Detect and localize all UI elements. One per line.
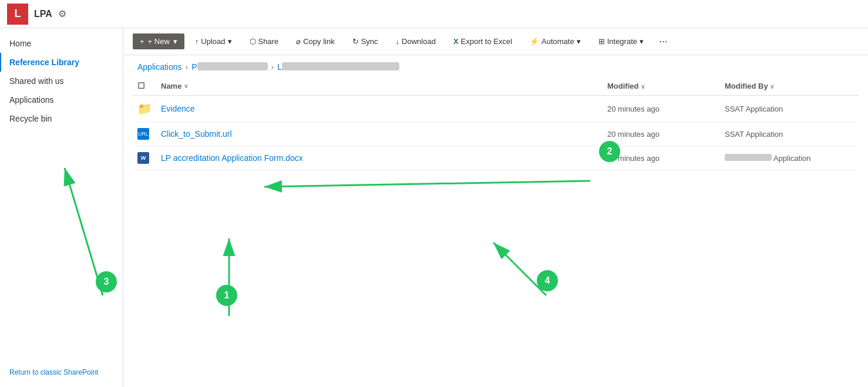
breadcrumb-mid-letter: P (191, 62, 197, 72)
modified-col-label: Modified (607, 82, 638, 90)
copy-link-label: Copy link (303, 37, 334, 46)
annotation-4-label: 4 (545, 275, 550, 286)
file-list-header: ☐ Name ∨ Modified ∨ Modified By ∨ (133, 76, 859, 96)
main-content: + + New ▾ ↑ Upload ▾ ⬡ Share ⌀ Copy link (123, 28, 868, 387)
sync-label: Sync (361, 37, 378, 46)
excel-icon: X (453, 37, 459, 46)
url-icon-shape: URL (137, 128, 149, 140)
breadcrumb: Applications › P › L (123, 55, 868, 76)
file-name-url: Click_to_Submit.url (161, 129, 607, 139)
docx-modified-by: Application (725, 154, 854, 163)
automate-icon: ⚡ (530, 37, 539, 46)
new-chevron-icon: ▾ (173, 37, 177, 46)
docx-link[interactable]: LP accreditation Application Form.docx (161, 153, 303, 163)
sidebar-item-reference-library[interactable]: Reference Library (0, 53, 123, 72)
docx-icon: W (137, 152, 161, 164)
plus-icon: + (140, 37, 144, 46)
share-icon: ⬡ (250, 37, 256, 46)
share-button[interactable]: ⬡ Share (243, 33, 286, 49)
folder-icon-shape: 📁 (137, 102, 152, 116)
header-icon-col: ☐ (137, 81, 161, 90)
docx-modified: 20 minutes ago (607, 154, 725, 163)
new-label: + New (148, 37, 170, 46)
table-row[interactable]: 📁 Evidence 20 minutes ago SSAT Applicati… (133, 96, 859, 122)
download-icon: ↓ (396, 37, 400, 46)
sidebar-item-home[interactable]: Home (0, 34, 123, 53)
annotation-2-label: 2 (607, 146, 613, 157)
breadcrumb-sep1: › (186, 62, 189, 72)
share-label: Share (258, 37, 279, 46)
sidebar-item-applications[interactable]: Applications (0, 90, 123, 109)
automate-chevron-icon: ▾ (577, 37, 581, 46)
file-name-evidence: Evidence (161, 104, 607, 113)
breadcrumb-mid[interactable]: P (191, 62, 267, 72)
annotation-circle-3: 3 (96, 271, 117, 292)
download-label: Download (402, 37, 436, 46)
modified-sort-icon: ∨ (641, 83, 645, 90)
breadcrumb-mid-blurred (197, 62, 268, 70)
automate-label: Automate (541, 37, 574, 46)
annotation-circle-4: 4 (537, 270, 558, 291)
upload-chevron-icon: ▾ (228, 37, 232, 46)
upload-icon: ↑ (195, 37, 199, 46)
evidence-modified: 20 minutes ago (607, 105, 725, 113)
integrate-label: Integrate (607, 37, 637, 46)
integrate-icon: ⊞ (598, 37, 605, 46)
file-list: ☐ Name ∨ Modified ∨ Modified By ∨ (123, 76, 868, 387)
settings-icon[interactable]: ⚙ (58, 8, 66, 19)
sync-button[interactable]: ↻ Sync (345, 33, 385, 49)
breadcrumb-sep2: › (271, 62, 274, 72)
sync-icon: ↻ (352, 37, 359, 46)
annotation-circle-2: 2 (599, 141, 620, 162)
return-classic-link[interactable]: Return to classic SharePoint (0, 364, 123, 381)
integrate-chevron-icon: ▾ (640, 37, 644, 46)
table-row[interactable]: W LP accreditation Application Form.docx… (133, 146, 859, 170)
sidebar-item-shared[interactable]: Shared with us (0, 72, 123, 90)
toolbar: + + New ▾ ↑ Upload ▾ ⬡ Share ⌀ Copy link (123, 28, 868, 55)
breadcrumb-end-letter: L (277, 62, 282, 72)
docx-icon-shape: W (137, 152, 149, 164)
copy-link-button[interactable]: ⌀ Copy link (289, 33, 341, 49)
integrate-button[interactable]: ⊞ Integrate ▾ (591, 33, 651, 49)
name-col-label: Name (161, 82, 181, 90)
breadcrumb-end[interactable]: L (277, 62, 399, 72)
new-button[interactable]: + + New ▾ (133, 33, 184, 49)
name-sort-icon: ∨ (184, 83, 188, 89)
upload-button[interactable]: ↑ Upload ▾ (188, 33, 239, 49)
table-row[interactable]: URL Click_to_Submit.url 20 minutes ago S… (133, 122, 859, 146)
evidence-modified-by: SSAT Application (725, 105, 854, 113)
url-modified: 20 minutes ago (607, 130, 725, 139)
docx-modified-by-blurred (725, 154, 772, 161)
annotation-1-label: 1 (224, 290, 230, 301)
modified-by-col-label: Modified By (725, 82, 768, 90)
url-modified-by: SSAT Application (725, 130, 854, 139)
url-link[interactable]: Click_to_Submit.url (161, 129, 232, 139)
link-icon: ⌀ (296, 37, 301, 46)
logo-letter: L (15, 8, 21, 20)
sidebar: Home Reference Library Shared with us Ap… (0, 28, 123, 387)
sidebar-item-recycle[interactable]: Recycle bin (0, 109, 123, 128)
upload-label: Upload (201, 37, 225, 46)
breadcrumb-applications[interactable]: Applications (137, 62, 182, 72)
logo-box: L (7, 4, 28, 25)
download-button[interactable]: ↓ Download (389, 33, 443, 49)
annotation-circle-1: 1 (216, 285, 237, 306)
file-name-docx: LP accreditation Application Form.docx (161, 153, 607, 163)
docx-modified-by-partial: Application (773, 154, 811, 163)
export-button[interactable]: X Export to Excel (446, 33, 519, 49)
export-label: Export to Excel (461, 37, 512, 46)
automate-button[interactable]: ⚡ Automate ▾ (523, 33, 588, 49)
app-title: LPA (34, 9, 52, 19)
header-modified-col[interactable]: Modified ∨ (607, 82, 725, 90)
header-name-col[interactable]: Name ∨ (161, 82, 607, 90)
annotation-3-label: 3 (104, 277, 109, 287)
breadcrumb-end-blurred (282, 62, 399, 70)
more-button[interactable]: ··· (654, 33, 672, 50)
evidence-link[interactable]: Evidence (161, 104, 195, 113)
more-label: ··· (659, 35, 668, 48)
header-modified-by-col[interactable]: Modified By ∨ (725, 82, 854, 90)
url-icon: URL (137, 128, 161, 140)
folder-icon: 📁 (137, 102, 161, 116)
modified-by-sort-icon: ∨ (770, 83, 774, 90)
